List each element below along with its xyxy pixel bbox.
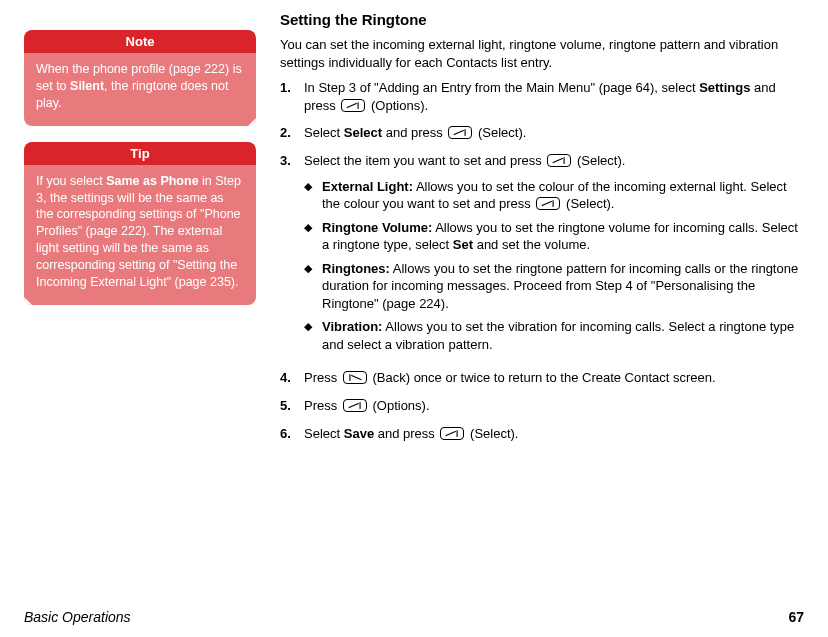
- intro-text: You can set the incoming external light,…: [280, 36, 804, 71]
- sub-item: ◆Vibration: Allows you to set the vibrat…: [304, 318, 804, 353]
- page-footer: Basic Operations 67: [24, 609, 804, 625]
- sub-item: ◆Ringtone Volume: Allows you to set the …: [304, 219, 804, 254]
- step-number: 3.: [280, 152, 304, 359]
- callout-notch-icon: [24, 296, 33, 305]
- step-text: Select Save and press (Select).: [304, 425, 804, 443]
- tip-body: If you select Same as Phone in Step 3, t…: [24, 165, 256, 305]
- footer-section: Basic Operations: [24, 609, 131, 625]
- left-softkey-icon: [448, 126, 472, 139]
- tip-bold: Same as Phone: [106, 174, 198, 188]
- sub-body: Vibration: Allows you to set the vibrati…: [322, 318, 804, 353]
- step-number: 6.: [280, 425, 304, 443]
- tip-text-post: in Step 3, the settings will be the same…: [36, 174, 241, 289]
- sub-list: ◆External Light: Allows you to set the c…: [304, 178, 804, 354]
- diamond-bullet-icon: ◆: [304, 318, 322, 353]
- step-item: 1.In Step 3 of "Adding an Entry from the…: [280, 79, 804, 114]
- tip-header: Tip: [24, 142, 256, 165]
- step-number: 5.: [280, 397, 304, 415]
- diamond-bullet-icon: ◆: [304, 260, 322, 313]
- step-item: 4.Press (Back) once or twice to return t…: [280, 369, 804, 387]
- step-body: Select Select and press (Select).: [304, 124, 804, 142]
- footer-page-number: 67: [788, 609, 804, 625]
- step-body: Select the item you want to set and pres…: [304, 152, 804, 359]
- step-item: 5.Press (Options).: [280, 397, 804, 415]
- tip-callout: Tip If you select Same as Phone in Step …: [24, 142, 256, 305]
- left-softkey-icon: [547, 154, 571, 167]
- step-text: Press (Options).: [304, 397, 804, 415]
- diamond-bullet-icon: ◆: [304, 178, 322, 213]
- step-body: Press (Back) once or twice to return to …: [304, 369, 804, 387]
- step-item: 2.Select Select and press (Select).: [280, 124, 804, 142]
- right-softkey-icon: [343, 371, 367, 384]
- step-item: 3.Select the item you want to set and pr…: [280, 152, 804, 359]
- page-title: Setting the Ringtone: [280, 10, 804, 30]
- note-header: Note: [24, 30, 256, 53]
- left-softkey-icon: [343, 399, 367, 412]
- step-text: Select Select and press (Select).: [304, 124, 804, 142]
- note-callout: Note When the phone profile (page 222) i…: [24, 30, 256, 126]
- callout-notch-icon: [247, 117, 256, 126]
- note-body: When the phone profile (page 222) is set…: [24, 53, 256, 126]
- sub-item: ◆Ringtones: Allows you to set the ringto…: [304, 260, 804, 313]
- step-text: Press (Back) once or twice to return to …: [304, 369, 804, 387]
- step-body: In Step 3 of "Adding an Entry from the M…: [304, 79, 804, 114]
- step-number: 4.: [280, 369, 304, 387]
- sidebar: Note When the phone profile (page 222) i…: [24, 10, 256, 452]
- sub-body: Ringtones: Allows you to set the rington…: [322, 260, 804, 313]
- step-text: In Step 3 of "Adding an Entry from the M…: [304, 79, 804, 114]
- step-list: 1.In Step 3 of "Adding an Entry from the…: [280, 79, 804, 442]
- note-bold: Silent: [70, 79, 104, 93]
- sub-body: External Light: Allows you to set the co…: [322, 178, 804, 213]
- main-content: Setting the Ringtone You can set the inc…: [280, 10, 804, 452]
- diamond-bullet-icon: ◆: [304, 219, 322, 254]
- left-softkey-icon: [440, 427, 464, 440]
- left-softkey-icon: [341, 99, 365, 112]
- left-softkey-icon: [536, 197, 560, 210]
- step-text: Select the item you want to set and pres…: [304, 152, 804, 170]
- step-body: Select Save and press (Select).: [304, 425, 804, 443]
- tip-text-pre: If you select: [36, 174, 106, 188]
- step-item: 6.Select Save and press (Select).: [280, 425, 804, 443]
- sub-item: ◆External Light: Allows you to set the c…: [304, 178, 804, 213]
- step-number: 1.: [280, 79, 304, 114]
- step-body: Press (Options).: [304, 397, 804, 415]
- step-number: 2.: [280, 124, 304, 142]
- sub-body: Ringtone Volume: Allows you to set the r…: [322, 219, 804, 254]
